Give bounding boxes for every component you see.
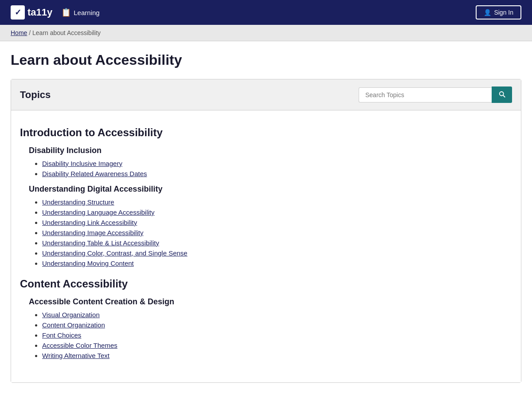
person-icon: 👤 [484,9,491,16]
site-header: ✓ ta11y 📋 Learning 👤 Sign In [0,0,532,25]
link-understanding-color[interactable]: Understanding Color, Contrast, and Singl… [42,249,188,257]
search-button[interactable] [492,87,512,103]
search-area [359,87,512,103]
list-item: Disability Related Awareness Dates [42,170,512,177]
link-accessible-color-themes[interactable]: Accessible Color Themes [42,342,117,349]
section-content-accessibility-heading: Content Accessibility [20,278,512,290]
learning-label: Learning [74,9,99,16]
logo-text: ta11y [27,7,52,18]
disability-inclusion-list: Disability Inclusive Imagery Disability … [42,160,512,177]
list-item: Understanding Color, Contrast, and Singl… [42,249,512,257]
topics-box: Topics Introduction to Accessibility [11,79,521,383]
link-understanding-structure[interactable]: Understanding Structure [42,198,114,206]
accessible-content-list: Visual Organization Content Organization… [42,311,512,359]
search-icon [498,90,506,99]
header-left: ✓ ta11y 📋 Learning [11,5,100,20]
list-item: Accessible Color Themes [42,342,512,349]
section-content-accessibility: Content Accessibility Accessible Content… [20,278,512,359]
main-content: Learn about Accessibility Topics Introd [0,41,532,404]
subsection-disability-inclusion-heading: Disability Inclusion [29,146,512,155]
subsection-understanding-digital-heading: Understanding Digital Accessibility [29,185,512,194]
topics-header: Topics [11,79,521,110]
link-understanding-image[interactable]: Understanding Image Accessibility [42,229,143,236]
checkmark-icon: ✓ [15,8,21,17]
list-item: Disability Inclusive Imagery [42,160,512,167]
logo-link[interactable]: ✓ ta11y [11,5,52,20]
subsection-accessible-content-heading: Accessible Content Creation & Design [29,297,512,307]
link-disability-awareness-dates[interactable]: Disability Related Awareness Dates [42,170,147,177]
content-area: Introduction to Accessibility Disability… [11,110,521,382]
topics-title: Topics [20,89,51,101]
breadcrumb-home[interactable]: Home [11,29,27,36]
breadcrumb: Home / Learn about Accessibility [0,25,532,41]
list-item: Understanding Link Accessibility [42,219,512,226]
list-item: Understanding Table & List Accessibility [42,239,512,247]
breadcrumb-current: Learn about Accessibility [32,29,101,36]
section-intro-heading: Introduction to Accessibility [20,126,512,139]
logo-icon: ✓ [11,5,25,20]
list-item: Understanding Structure [42,198,512,206]
link-writing-alternative-text[interactable]: Writing Alternative Text [42,352,110,359]
link-understanding-table-list[interactable]: Understanding Table & List Accessibility [42,239,159,247]
link-visual-organization[interactable]: Visual Organization [42,311,100,319]
page-title: Learn about Accessibility [11,52,521,68]
link-disability-inclusive-imagery[interactable]: Disability Inclusive Imagery [42,160,122,167]
link-understanding-moving-content[interactable]: Understanding Moving Content [42,260,134,267]
section-intro: Introduction to Accessibility Disability… [20,126,512,267]
subsection-accessible-content: Accessible Content Creation & Design Vis… [20,297,512,359]
link-font-choices[interactable]: Font Choices [42,331,81,339]
breadcrumb-separator: / [29,29,32,36]
list-item: Content Organization [42,321,512,329]
subsection-disability-inclusion: Disability Inclusion Disability Inclusiv… [20,146,512,177]
list-item: Understanding Moving Content [42,260,512,267]
list-item: Understanding Image Accessibility [42,229,512,236]
subsection-understanding-digital: Understanding Digital Accessibility Unde… [20,185,512,267]
search-input[interactable] [359,87,492,102]
link-understanding-link[interactable]: Understanding Link Accessibility [42,219,137,226]
list-item: Writing Alternative Text [42,352,512,359]
learning-icon: 📋 [61,8,71,17]
list-item: Visual Organization [42,311,512,319]
link-understanding-language[interactable]: Understanding Language Accessibility [42,208,155,216]
sign-in-button[interactable]: 👤 Sign In [476,5,521,20]
link-content-organization[interactable]: Content Organization [42,321,105,329]
sign-in-label: Sign In [494,9,513,16]
list-item: Font Choices [42,331,512,339]
learning-nav: 📋 Learning [61,8,99,17]
understanding-digital-list: Understanding Structure Understanding La… [42,198,512,267]
list-item: Understanding Language Accessibility [42,208,512,216]
